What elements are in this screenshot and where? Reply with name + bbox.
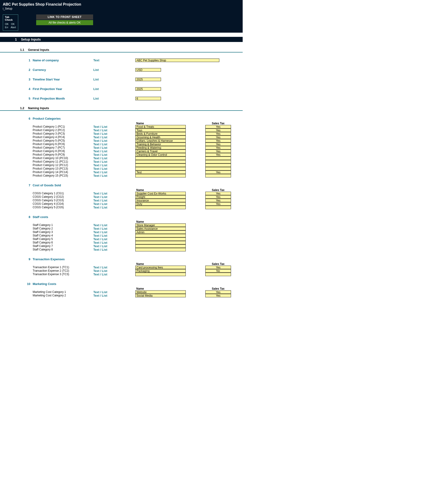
- list-item: Staff Category 5Text / List: [0, 237, 243, 241]
- input-cell[interactable]: 2025: [135, 87, 161, 91]
- name-input[interactable]: Freight: [135, 195, 186, 199]
- item-label: Staff Category 2: [33, 227, 93, 230]
- name-input[interactable]: [135, 237, 186, 241]
- name-input[interactable]: Packaging: [135, 269, 186, 273]
- sales-tax-input[interactable]: Yes: [205, 142, 231, 146]
- sales-tax-input[interactable]: Yes: [205, 149, 231, 153]
- sales-tax-input[interactable]: Yes: [205, 125, 231, 128]
- name-input[interactable]: Food & Treats: [135, 125, 186, 128]
- sales-tax-input[interactable]: [205, 167, 231, 171]
- sales-tax-input[interactable]: [205, 163, 231, 167]
- subsection-1-1-title: General Inputs: [28, 48, 49, 51]
- sales-tax-input[interactable]: [205, 206, 231, 209]
- name-input[interactable]: [135, 157, 186, 160]
- name-input[interactable]: Website: [135, 290, 186, 294]
- link-to-front-sheet-button[interactable]: LINK TO FRONT SHEET: [36, 15, 93, 20]
- sales-tax-input[interactable]: Yes: [205, 192, 231, 195]
- sales-tax-input[interactable]: Yes: [205, 136, 231, 139]
- list-item: Product Category 4 (PC4)Text / ListGroom…: [0, 136, 243, 139]
- doc-title: ABC Pet Supplies Shop Financial Projecti…: [3, 2, 240, 7]
- subsection-1-1: 1.1 General Inputs: [0, 47, 243, 52]
- name-input[interactable]: [135, 206, 186, 209]
- item-type: Text / List: [93, 234, 128, 237]
- item-type: Text / List: [93, 241, 128, 244]
- input-cell[interactable]: 2025: [135, 78, 161, 81]
- name-input[interactable]: [135, 234, 186, 237]
- sales-tax-input[interactable]: Yes: [205, 128, 231, 132]
- name-input[interactable]: Carriers & Travel: [135, 149, 186, 153]
- item-type: Text / List: [93, 132, 128, 136]
- name-input[interactable]: Beds & Furniture: [135, 132, 186, 136]
- row-label: First Projection Month: [33, 97, 93, 100]
- item-label: Product Category 4 (PC4): [33, 136, 93, 139]
- name-input[interactable]: Sales Assistance: [135, 227, 186, 230]
- name-input[interactable]: Test: [135, 171, 186, 174]
- name-input[interactable]: Duty: [135, 202, 186, 206]
- sales-tax-input[interactable]: [205, 157, 231, 160]
- input-cell[interactable]: ABC Pet Supplies Shop: [135, 59, 219, 62]
- name-input[interactable]: Cleaning & Odor Control: [135, 153, 186, 157]
- name-input[interactable]: Grooming & Health: [135, 136, 186, 139]
- name-input[interactable]: Supplier Cost Ex-Works: [135, 192, 186, 195]
- name-input[interactable]: Store Manager: [135, 223, 186, 227]
- sales-tax-input[interactable]: Yes: [205, 139, 231, 142]
- name-input[interactable]: [135, 248, 186, 252]
- item-label: Staff Category 3: [33, 230, 93, 234]
- list-item: Product Category 8 (PC8)Text / ListCarri…: [0, 149, 243, 153]
- name-input[interactable]: Toys: [135, 128, 186, 132]
- sales-tax-input[interactable]: Yes: [205, 266, 231, 269]
- sales-tax-input[interactable]: Yes: [205, 199, 231, 202]
- item-label: Transaction Expense 3 (TC3): [33, 273, 93, 276]
- item-label: Product Category 13 (PC13): [33, 167, 93, 171]
- sales-tax-input[interactable]: Yes: [205, 202, 231, 206]
- name-input[interactable]: Collars, Leashes & Harnesse: [135, 139, 186, 142]
- input-cell[interactable]: USD: [135, 68, 161, 72]
- sales-tax-input[interactable]: Yes: [205, 171, 231, 174]
- item-type: Text / List: [93, 248, 128, 252]
- row-index: 3: [0, 78, 33, 81]
- item-type: Text / List: [93, 167, 128, 171]
- name-input[interactable]: [135, 244, 186, 248]
- item-type: Text / List: [93, 195, 128, 199]
- sales-tax-input[interactable]: [205, 160, 231, 163]
- sales-tax-input[interactable]: Yes: [205, 146, 231, 149]
- tab-check-ok1: OK: [5, 23, 9, 25]
- input-cell[interactable]: 6: [135, 97, 161, 100]
- group-index: 6: [0, 117, 33, 120]
- name-input[interactable]: Social Media: [135, 294, 186, 297]
- sales-tax-input[interactable]: Yes: [205, 132, 231, 136]
- group-title-row: 9Transaction Expenses: [0, 257, 243, 261]
- name-input[interactable]: [135, 163, 186, 167]
- name-input[interactable]: [135, 273, 186, 276]
- item-type: Text / List: [93, 171, 128, 174]
- group-header-row: NameSales Tax: [0, 262, 243, 266]
- name-input[interactable]: [135, 174, 186, 177]
- sales-tax-input[interactable]: No: [205, 269, 231, 273]
- sales-tax-input[interactable]: [205, 174, 231, 177]
- item-type: Text / List: [93, 125, 128, 128]
- subsection-1-1-num: 1.1: [19, 48, 24, 51]
- sales-tax-input[interactable]: Yes: [205, 290, 231, 294]
- item-type: Text / List: [93, 139, 128, 142]
- name-input[interactable]: [135, 167, 186, 171]
- list-item: Product Category 13 (PC13)Text / List: [0, 167, 243, 171]
- name-input[interactable]: Admin: [135, 230, 186, 234]
- name-input[interactable]: [135, 160, 186, 163]
- name-input[interactable]: [135, 241, 186, 244]
- sales-tax-input[interactable]: Yes: [205, 294, 231, 297]
- general-input-row: 1Name of companyTextABC Pet Supplies Sho…: [0, 59, 243, 62]
- name-input[interactable]: Insurance: [135, 199, 186, 202]
- tab-check-alert: Alert: [11, 26, 16, 29]
- general-input-row: 2CurrencyListUSD: [0, 68, 243, 72]
- name-input[interactable]: Training & Behavior: [135, 142, 186, 146]
- sales-tax-input[interactable]: Yes: [205, 153, 231, 157]
- item-type: Text / List: [93, 266, 128, 269]
- alerts-ok-button[interactable]: All file checks & alerts OK: [36, 20, 93, 25]
- item-label: Product Category 15 (PC15): [33, 174, 93, 177]
- list-item: Product Category 5 (PC5)Text / ListColla…: [0, 139, 243, 142]
- name-input[interactable]: Card processing fees: [135, 266, 186, 269]
- name-input[interactable]: Feeding & Watering: [135, 146, 186, 149]
- sales-tax-input[interactable]: Yes: [205, 195, 231, 199]
- sales-tax-input[interactable]: [205, 273, 231, 276]
- col-header-name: Name: [135, 262, 196, 266]
